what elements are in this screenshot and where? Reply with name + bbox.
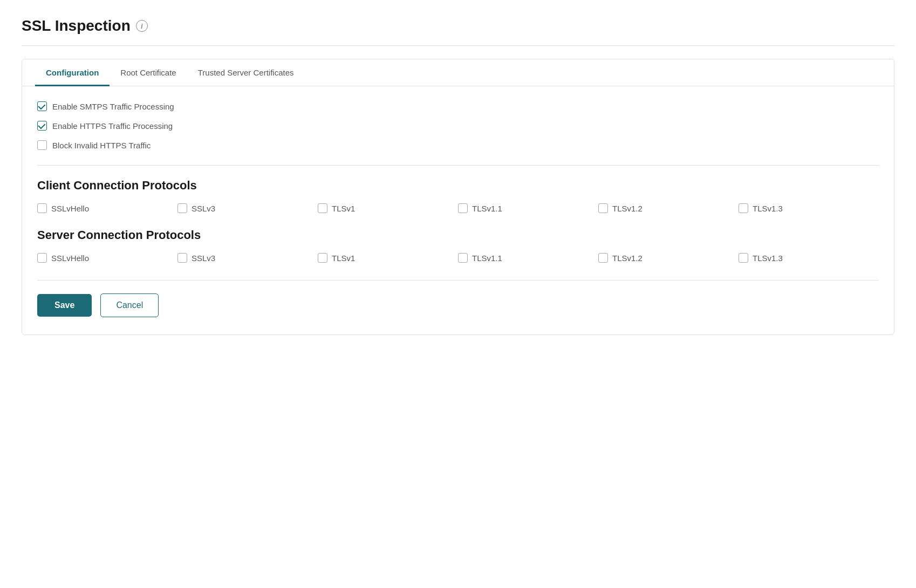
checkbox-server-tlsv13[interactable]	[739, 253, 748, 263]
server-protocol-tlsv1[interactable]: TLSv1	[318, 253, 458, 263]
tab-trusted-server-certificates[interactable]: Trusted Server Certificates	[187, 59, 305, 86]
client-protocols-section: Client Connection Protocols SSLvHello SS…	[37, 179, 879, 213]
checkbox-client-sslv3[interactable]	[177, 203, 187, 213]
label-server-sslv3: SSLv3	[192, 254, 215, 263]
label-client-sslv3: SSLv3	[192, 204, 215, 213]
checkbox-group: Enable SMTPS Traffic Processing Enable H…	[37, 101, 879, 150]
checkbox-client-tlsv13[interactable]	[739, 203, 748, 213]
actions-bar: Save Cancel	[37, 280, 879, 317]
checkbox-item-smtps[interactable]: Enable SMTPS Traffic Processing	[37, 101, 879, 111]
label-server-tlsv12: TLSv1.2	[612, 254, 642, 263]
client-protocols-title: Client Connection Protocols	[37, 179, 879, 193]
checkbox-client-tlsv11[interactable]	[458, 203, 468, 213]
label-server-tlsv13: TLSv1.3	[753, 254, 783, 263]
checkbox-item-https[interactable]: Enable HTTPS Traffic Processing	[37, 121, 879, 131]
checkbox-client-sslvhello[interactable]	[37, 203, 47, 213]
checkbox-https[interactable]	[37, 121, 47, 131]
client-protocol-sslv3[interactable]: SSLv3	[177, 203, 318, 213]
checkbox-server-sslvhello[interactable]	[37, 253, 47, 263]
checkbox-label-https: Enable HTTPS Traffic Processing	[52, 121, 173, 131]
server-protocols-title: Server Connection Protocols	[37, 228, 879, 242]
checkbox-label-block-invalid: Block Invalid HTTPS Traffic	[52, 141, 151, 150]
client-protocol-sslvhello[interactable]: SSLvHello	[37, 203, 177, 213]
info-icon[interactable]: i	[136, 20, 148, 32]
checkbox-smtps[interactable]	[37, 101, 47, 111]
tab-configuration[interactable]: Configuration	[35, 59, 110, 86]
client-protocol-row: SSLvHello SSLv3 TLSv1 TLSv1.1	[37, 203, 879, 213]
label-client-tlsv11: TLSv1.1	[472, 204, 502, 213]
label-server-sslvhello: SSLvHello	[51, 254, 89, 263]
checkbox-server-tlsv1[interactable]	[318, 253, 327, 263]
checkbox-item-block-invalid[interactable]: Block Invalid HTTPS Traffic	[37, 140, 879, 150]
checkbox-server-tlsv11[interactable]	[458, 253, 468, 263]
label-server-tlsv11: TLSv1.1	[472, 254, 502, 263]
cancel-button[interactable]: Cancel	[100, 293, 159, 317]
server-protocol-row: SSLvHello SSLv3 TLSv1 TLSv1.1	[37, 253, 879, 263]
server-protocol-sslvhello[interactable]: SSLvHello	[37, 253, 177, 263]
main-card: Configuration Root Certificate Trusted S…	[22, 59, 894, 335]
page-title: SSL Inspection	[22, 17, 131, 35]
label-server-tlsv1: TLSv1	[332, 254, 355, 263]
client-protocol-tlsv1[interactable]: TLSv1	[318, 203, 458, 213]
tab-content-configuration: Enable SMTPS Traffic Processing Enable H…	[22, 86, 894, 334]
client-protocol-tlsv12[interactable]: TLSv1.2	[598, 203, 739, 213]
server-protocol-tlsv12[interactable]: TLSv1.2	[598, 253, 739, 263]
checkbox-label-smtps: Enable SMTPS Traffic Processing	[52, 102, 174, 111]
client-protocol-tlsv13[interactable]: TLSv1.3	[739, 203, 879, 213]
checkbox-block-invalid[interactable]	[37, 140, 47, 150]
tab-bar: Configuration Root Certificate Trusted S…	[22, 59, 894, 86]
checkbox-client-tlsv1[interactable]	[318, 203, 327, 213]
server-protocol-sslv3[interactable]: SSLv3	[177, 253, 318, 263]
server-protocol-tlsv11[interactable]: TLSv1.1	[458, 253, 598, 263]
checkbox-client-tlsv12[interactable]	[598, 203, 608, 213]
checkbox-server-sslv3[interactable]	[177, 253, 187, 263]
label-client-tlsv1: TLSv1	[332, 204, 355, 213]
server-protocol-tlsv13[interactable]: TLSv1.3	[739, 253, 879, 263]
page-container: SSL Inspection i Configuration Root Cert…	[0, 0, 916, 588]
label-client-sslvhello: SSLvHello	[51, 204, 89, 213]
page-header: SSL Inspection i	[22, 17, 894, 46]
client-protocol-tlsv11[interactable]: TLSv1.1	[458, 203, 598, 213]
tab-root-certificate[interactable]: Root Certificate	[110, 59, 187, 86]
divider-1	[37, 165, 879, 166]
server-protocols-section: Server Connection Protocols SSLvHello SS…	[37, 228, 879, 263]
save-button[interactable]: Save	[37, 294, 92, 317]
checkbox-server-tlsv12[interactable]	[598, 253, 608, 263]
label-client-tlsv12: TLSv1.2	[612, 204, 642, 213]
label-client-tlsv13: TLSv1.3	[753, 204, 783, 213]
